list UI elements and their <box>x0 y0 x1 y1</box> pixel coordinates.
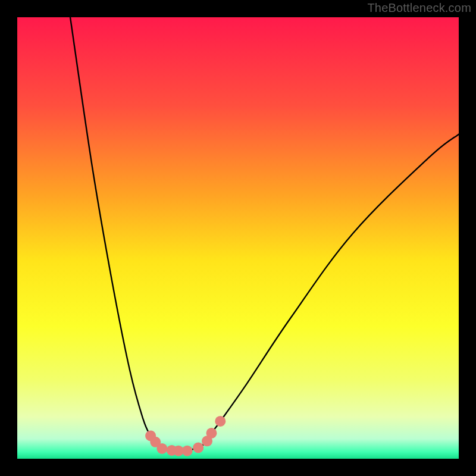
marker-point <box>182 446 193 456</box>
chart-svg <box>0 0 476 476</box>
marker-point <box>193 442 203 453</box>
marker-point <box>215 416 226 427</box>
chart-frame: TheBottleneck.com <box>0 0 476 476</box>
marker-point <box>156 443 167 454</box>
plot-background <box>17 17 459 459</box>
marker-point <box>206 428 217 439</box>
watermark: TheBottleneck.com <box>367 1 471 15</box>
